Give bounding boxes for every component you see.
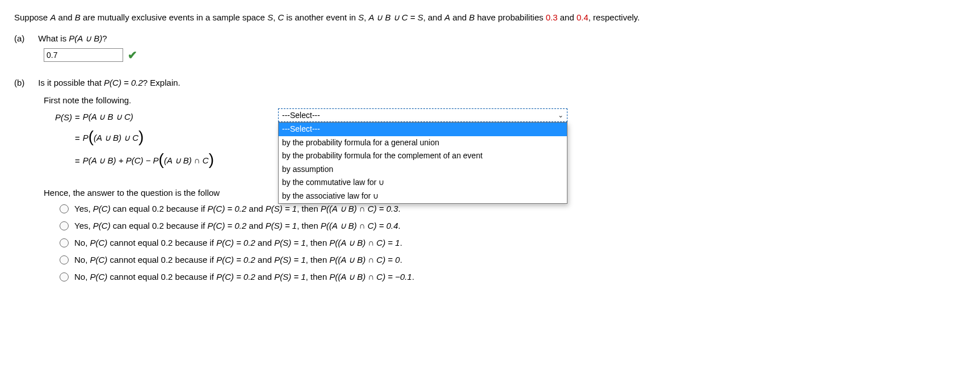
reason-dropdown[interactable]: ---Select--- ⌄ ---Select--- by the proba… <box>278 108 567 204</box>
question-container: Suppose A and B are mutually exclusive e… <box>14 11 968 284</box>
radio-icon[interactable] <box>60 255 69 264</box>
expr: P((A ∪ B) ∩ C) = 0 <box>329 255 399 264</box>
expr: P((A ∪ B) ∩ C) = −0.1 <box>329 272 411 282</box>
text: , then <box>297 221 321 230</box>
text: and <box>56 12 74 22</box>
expr: P(C) = 0.2 <box>216 238 255 247</box>
radio-option-4[interactable]: No, P(C) cannot equal 0.2 because if P(C… <box>60 253 968 267</box>
radio-icon[interactable] <box>60 238 69 247</box>
text: What is <box>38 33 69 43</box>
radio-icon[interactable] <box>60 272 69 282</box>
text: can equal 0.2 because if <box>111 221 208 230</box>
select-value: ---Select--- <box>282 111 320 120</box>
var-a: A <box>50 12 56 22</box>
correct-check-icon: ✔ <box>128 48 137 62</box>
equation: A ∪ B ∪ C = S <box>369 12 423 22</box>
expr: P((A ∪ B) ∩ C) = 0.3 <box>321 204 398 213</box>
option-complement[interactable]: by the probability formula for the compl… <box>279 149 567 163</box>
prob-b-value: 0.4 <box>577 12 588 22</box>
text: , and <box>423 12 445 22</box>
expr: P(C) <box>90 255 108 264</box>
expr: P(A ∪ B) + P(C) − P <box>83 156 159 165</box>
text: , then <box>306 272 330 282</box>
radio-icon[interactable] <box>60 221 69 230</box>
text: and <box>450 12 469 22</box>
radio-label: Yes, P(C) can equal 0.2 because if P(C) … <box>74 202 401 216</box>
part-a: (a) What is P(A ∪ B)? ✔ <box>14 33 968 62</box>
option-assumption[interactable]: by assumption <box>279 163 567 177</box>
expr: P(S) = 1 <box>266 221 297 230</box>
text: . <box>400 238 402 247</box>
text: No, <box>74 272 90 282</box>
option-commutative[interactable]: by the commutative law for ∪ <box>279 176 567 190</box>
part-a-label: (a) <box>14 33 36 43</box>
equals: = <box>72 112 83 122</box>
rhs: P(A ∪ B ∪ C) <box>83 112 133 121</box>
select-box[interactable]: ---Select--- ⌄ <box>278 108 567 122</box>
text: cannot equal 0.2 because if <box>107 255 216 264</box>
text: , respectively. <box>588 12 640 22</box>
radio-label: No, P(C) cannot equal 0.2 because if P(C… <box>74 270 414 284</box>
derivation-block: First note the following. P(S) = P(A ∪ B… <box>44 95 968 284</box>
expr: P(S) = 1 <box>274 272 305 282</box>
radio-group: Yes, P(C) can equal 0.2 because if P(C) … <box>60 202 968 284</box>
radio-option-5[interactable]: No, P(C) cannot equal 0.2 because if P(C… <box>60 270 968 284</box>
expr: P(S) = 1 <box>274 238 305 247</box>
var-b: B <box>75 12 81 22</box>
text: ? Explain. <box>143 78 180 87</box>
part-b-question: Is it possible that P(C) = 0.2? Explain. <box>38 78 180 87</box>
text: , then <box>297 204 321 213</box>
equation-wrap: P(S) = P(A ∪ B ∪ C) = P((A ∪ B) ∪ C) = P… <box>44 108 968 171</box>
expr: (A ∪ B) ∪ C <box>94 133 138 142</box>
text: is another event in <box>284 12 358 22</box>
text: and <box>246 221 265 230</box>
expr: P(C) = 0.2 <box>104 78 143 87</box>
text: and <box>255 255 274 264</box>
text: Suppose <box>14 12 50 22</box>
radio-label: No, P(C) cannot equal 0.2 because if P(C… <box>74 236 402 250</box>
var-a: A <box>444 12 450 22</box>
text: . <box>398 204 401 213</box>
text: Yes, <box>74 204 93 213</box>
radio-icon[interactable] <box>60 204 69 213</box>
text: ? <box>102 33 107 43</box>
prob-a-value: 0.3 <box>546 12 558 22</box>
var-b: B <box>469 12 475 22</box>
expr: P(A ∪ B) <box>69 33 102 43</box>
var-s: S <box>267 12 273 22</box>
equals: = <box>72 156 83 166</box>
text: No, <box>74 238 90 247</box>
text: , then <box>306 255 330 264</box>
expr: P(S) = 1 <box>266 204 297 213</box>
text: have probabilities <box>475 12 546 22</box>
part-a-answer-input[interactable] <box>44 48 123 62</box>
radio-option-2[interactable]: Yes, P(C) can equal 0.2 because if P(C) … <box>60 219 968 233</box>
expr: P((A ∪ B) ∩ C) = 0.4 <box>321 221 398 230</box>
equals: = <box>72 133 83 143</box>
text: and <box>255 238 274 247</box>
text: , <box>364 12 368 22</box>
expr: (A ∪ B) ∩ C <box>164 156 209 165</box>
text: , then <box>306 238 330 247</box>
option-select-placeholder[interactable]: ---Select--- <box>279 123 567 136</box>
option-general-union[interactable]: by the probability formula for a general… <box>279 136 567 150</box>
radio-label: No, P(C) cannot equal 0.2 because if P(C… <box>74 253 402 267</box>
part-b-label: (b) <box>14 78 36 87</box>
dropdown-options: ---Select--- by the probability formula … <box>278 122 567 204</box>
text: are mutually exclusive events in a sampl… <box>81 12 267 22</box>
expr: P(C) <box>90 238 108 247</box>
chevron-down-icon: ⌄ <box>558 111 563 119</box>
radio-label: Yes, P(C) can equal 0.2 because if P(C) … <box>74 219 401 233</box>
radio-option-1[interactable]: Yes, P(C) can equal 0.2 because if P(C) … <box>60 202 968 216</box>
text: and <box>255 272 274 282</box>
expr: P(S) = 1 <box>274 255 305 264</box>
part-a-question: What is P(A ∪ B)? <box>38 33 107 44</box>
text: . <box>400 255 402 264</box>
option-associative[interactable]: by the associative law for ∪ <box>279 190 567 203</box>
text: can equal 0.2 because if <box>111 204 208 213</box>
expr: P(C) = 0.2 <box>216 255 255 264</box>
radio-option-3[interactable]: No, P(C) cannot equal 0.2 because if P(C… <box>60 236 968 250</box>
text: and <box>246 204 265 213</box>
expr: P((A ∪ B) ∩ C) = 1 <box>329 238 399 247</box>
expr: P(C) <box>93 204 111 213</box>
